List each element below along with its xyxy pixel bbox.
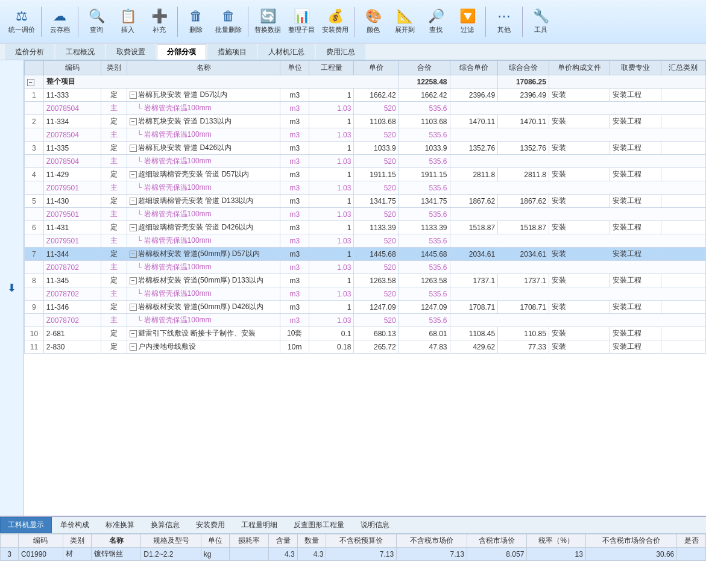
row-qty: 0.18 — [309, 340, 354, 354]
find-icon: 🔎 — [428, 8, 444, 24]
delete-button[interactable]: 🗑 删除 — [180, 6, 212, 37]
sub-table-row[interactable]: Z0078702 主 └ 岩棉管壳保温100mm m3 1.03 520 535… — [25, 287, 706, 301]
tab-measures[interactable]: 措施项目 — [207, 44, 257, 60]
row-qty: 1 — [309, 115, 354, 128]
sub-total: 535.6 — [399, 155, 450, 168]
expand-icon[interactable]: − — [130, 277, 137, 284]
row-num-cell: 8 — [25, 274, 44, 287]
supplement-button[interactable]: ➕ 补充 — [143, 6, 175, 37]
row-summary — [661, 248, 705, 261]
row-comp-total: 1867.62 — [498, 195, 549, 208]
organize-child-button[interactable]: 📊 整理子目 — [285, 6, 318, 37]
main-tabbar: 造价分析 工程概况 取费设置 分部分项 措施项目 人材机汇总 费用汇总 — [0, 43, 706, 60]
find-button[interactable]: 🔎 查找 — [420, 6, 452, 37]
bcol-incl-tax-mkt: 含税市场价 — [467, 534, 526, 548]
row-comp-unit: 2811.8 — [450, 168, 498, 181]
bottom-table-row[interactable]: 3 C01990 材 镀锌钢丝 D1.2~2.2 kg 4.3 4.3 7.13… — [1, 548, 706, 561]
uniform-price-button[interactable]: ⚖ 统一调价 — [5, 6, 39, 37]
filter-button[interactable]: 🔽 过滤 — [452, 6, 483, 37]
sub-table-row[interactable]: Z0079501 主 └ 岩棉管壳保温100mm m3 1.03 520 535… — [25, 181, 706, 195]
sub-qty: 1.03 — [309, 208, 354, 221]
expand-button[interactable]: 📐 展开到 — [389, 6, 420, 37]
tab-labor-material[interactable]: 人材机汇总 — [258, 44, 315, 60]
table-row[interactable]: 2 11-334 定 −岩棉瓦块安装 管道 D133以内 m3 1 1103.6… — [25, 115, 706, 128]
table-row[interactable]: 7 11-344 定 −岩棉板材安装 管道(50mm厚) D57以内 m3 1 … — [25, 248, 706, 261]
row-qty: 1 — [309, 195, 354, 208]
sub-table-row[interactable]: Z0078504 主 └ 岩棉管壳保温100mm m3 1.03 520 535… — [25, 128, 706, 142]
insert-button[interactable]: 📋 插入 — [112, 6, 143, 37]
tab-sub-sections[interactable]: 分部分项 — [157, 44, 206, 60]
row-specialty: 安装工程 — [610, 248, 661, 261]
header-row[interactable]: − 整个项目 12258.48 17086.25 — [25, 75, 706, 89]
tab-cost-analysis[interactable]: 造价分析 — [5, 44, 54, 60]
sub-table-row[interactable]: Z0078702 主 └ 岩棉管壳保温100mm m3 1.03 520 535… — [25, 314, 706, 327]
sub-table-row[interactable]: Z0078702 主 └ 岩棉管壳保温100mm m3 1.03 520 535… — [25, 261, 706, 274]
table-row[interactable]: 4 11-429 定 −超细玻璃棉管壳安装 管道 D57以内 m3 1 1911… — [25, 168, 706, 181]
bottom-tab-install-fee[interactable]: 安装费用 — [188, 517, 233, 533]
table-row[interactable]: 11 2-830 定 −户内接地母线敷设 10m 0.18 265.72 47.… — [25, 340, 706, 354]
sub-table-row[interactable]: Z0078504 主 └ 岩棉管壳保温100mm m3 1.03 520 535… — [25, 155, 706, 168]
expand-icon[interactable]: − — [130, 118, 137, 125]
sub-type: 主 — [101, 287, 127, 301]
insert-label: 插入 — [121, 25, 134, 34]
sub-table-row[interactable]: Z0078504 主 └ 岩棉管壳保温100mm m3 1.03 520 535… — [25, 102, 706, 115]
col-comp-total: 综合合价 — [498, 61, 549, 75]
table-row[interactable]: 10 2-681 定 −避雷引下线敷设 断接卡子制作、安装 10套 0.1 68… — [25, 327, 706, 340]
tab-project-overview[interactable]: 工程概况 — [55, 44, 105, 60]
row-total: 1341.75 — [399, 195, 450, 208]
tab-fee-settings[interactable]: 取费设置 — [106, 44, 156, 60]
brow-excl-mkt: 7.13 — [397, 548, 467, 561]
table-row[interactable]: 8 11-345 定 −岩棉板材安装 管道(50mm厚) D133以内 m3 1… — [25, 274, 706, 287]
query-button[interactable]: 🔍 查询 — [81, 6, 112, 37]
bottom-tab-unit-comp[interactable]: 单价构成 — [52, 517, 97, 533]
tab-fee-summary[interactable]: 费用汇总 — [316, 44, 365, 60]
table-row[interactable]: 6 11-431 定 −超细玻璃棉管壳安装 管道 D426以内 m3 1 113… — [25, 221, 706, 234]
expand-icon[interactable]: − — [130, 304, 137, 311]
sub-table-row[interactable]: Z0079501 主 └ 岩棉管壳保温100mm m3 1.03 520 535… — [25, 208, 706, 221]
find-label: 查找 — [429, 25, 443, 34]
row-comp-unit: 429.62 — [450, 340, 498, 354]
table-row[interactable]: 5 11-430 定 −超细玻璃棉管壳安装 管道 D133以内 m3 1 134… — [25, 195, 706, 208]
main-table-container[interactable]: 编码 类别 名称 单位 工程量 单价 合价 综合单价 综合合价 单价构成文件 取… — [24, 60, 706, 516]
expand-icon[interactable]: − — [130, 171, 137, 178]
bottom-tab-labor[interactable]: 工料机显示 — [0, 517, 52, 533]
other-button[interactable]: ⋯ 其他 — [488, 6, 520, 37]
sub-unit: m3 — [280, 128, 309, 142]
brow-incl-mkt: 8.057 — [467, 548, 526, 561]
expand-icon[interactable]: − — [130, 330, 137, 337]
col-summary: 汇总类别 — [661, 61, 705, 75]
table-row[interactable]: 3 11-335 定 −岩棉瓦块安装 管道 D426以内 m3 1 1033.9… — [25, 142, 706, 155]
bottom-tab-calc-info[interactable]: 换算信息 — [143, 517, 188, 533]
install-fee-button[interactable]: 💰 安装费用 — [318, 6, 352, 37]
bottom-tab-desc-info[interactable]: 说明信息 — [353, 517, 397, 533]
bottom-table-container[interactable]: 编码 类别 名称 规格及型号 单位 损耗率 含量 数量 不含税预算价 不含税市场… — [0, 534, 706, 587]
download-area[interactable]: ⬇ — [0, 60, 24, 516]
color-button[interactable]: 🎨 颜色 — [358, 6, 389, 37]
bottom-tab-qty-detail[interactable]: 工程量明细 — [233, 517, 285, 533]
sub-table-row[interactable]: Z0079501 主 └ 岩棉管壳保温100mm m3 1.03 520 535… — [25, 234, 706, 248]
sep5 — [355, 7, 355, 37]
bottom-tab-std-convert[interactable]: 标准换算 — [98, 517, 142, 533]
expand-icon[interactable]: − — [130, 224, 137, 231]
expand-icon[interactable]: − — [130, 198, 137, 205]
table-row[interactable]: 1 11-333 定 −岩棉瓦块安装 管道 D57以内 m3 1 1662.42… — [25, 89, 706, 102]
tools-button[interactable]: 🔧 工具 — [525, 6, 556, 37]
row-summary — [661, 274, 705, 287]
expand-icon[interactable]: − — [130, 92, 137, 99]
replace-data-button[interactable]: 🔄 替换数据 — [251, 6, 285, 37]
bottom-tab-reverse-chart[interactable]: 反查图形工程量 — [286, 517, 352, 533]
batch-delete-button[interactable]: 🗑 批量删除 — [212, 6, 245, 37]
row-num-cell: 9 — [25, 301, 44, 314]
sub-total: 535.6 — [399, 261, 450, 274]
header-expand[interactable]: − — [25, 75, 44, 89]
row-comp-unit: 2034.61 — [450, 248, 498, 261]
expand-icon[interactable]: − — [130, 343, 137, 351]
cloud-storage-button[interactable]: ☁ 云存档 — [44, 6, 75, 37]
toolbar: ⚖ 统一调价 ☁ 云存档 🔍 查询 📋 插入 ➕ 补充 🗑 删除 🗑 批量删除 … — [0, 0, 706, 43]
row-specialty: 安装工程 — [610, 195, 661, 208]
expand-icon[interactable]: − — [130, 145, 137, 152]
collapse-icon[interactable]: − — [27, 79, 34, 86]
expand-icon[interactable]: − — [130, 251, 137, 258]
row-name: −户内接地母线敷设 — [127, 340, 280, 354]
table-row[interactable]: 9 11-346 定 −岩棉板材安装 管道(50mm厚) D426以内 m3 1… — [25, 301, 706, 314]
